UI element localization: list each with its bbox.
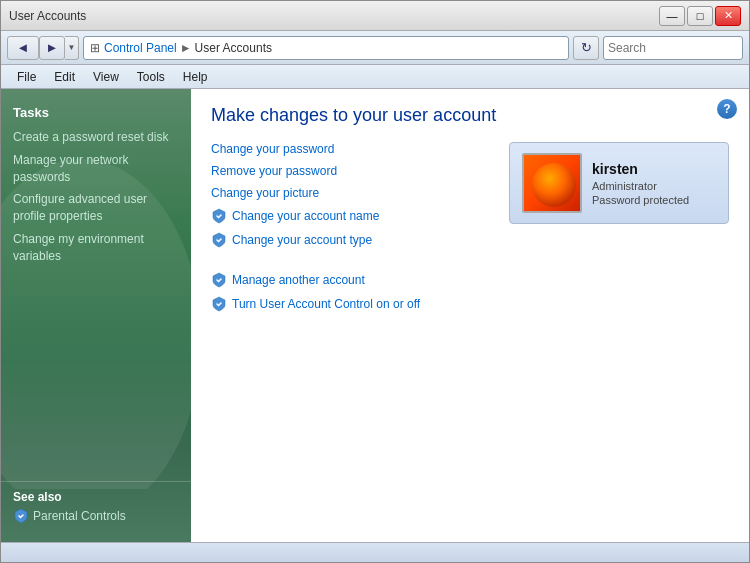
page-title: Make changes to your user account — [211, 105, 729, 126]
breadcrumb-user-accounts: User Accounts — [195, 41, 272, 55]
refresh-button[interactable]: ↻ — [573, 36, 599, 60]
search-box: 🔍 — [603, 36, 743, 60]
remove-password-link[interactable]: Remove your password — [211, 164, 489, 178]
change-password-link[interactable]: Change your password — [211, 142, 489, 156]
breadcrumb-root-icon: ⊞ — [90, 41, 100, 55]
user-status: Password protected — [592, 194, 716, 206]
sidebar: Tasks Create a password reset disk Manag… — [1, 89, 191, 542]
change-account-type-label: Change your account type — [232, 233, 372, 247]
close-button[interactable]: ✕ — [715, 6, 741, 26]
uac-toggle-link[interactable]: Turn User Account Control on or off — [211, 296, 489, 312]
shield-icon-account-type — [211, 232, 227, 248]
shield-icon-uac — [211, 296, 227, 312]
change-picture-link[interactable]: Change your picture — [211, 186, 489, 200]
main-panel: ? Make changes to your user account Chan… — [191, 89, 749, 542]
sidebar-link-advanced-profile[interactable]: Configure advanced user profile properti… — [13, 188, 179, 228]
links-column: Change your password Remove your passwor… — [211, 142, 489, 320]
search-input[interactable] — [608, 41, 750, 55]
menu-bar: File Edit View Tools Help — [1, 65, 749, 89]
forward-button[interactable]: ► — [39, 36, 65, 60]
menu-file[interactable]: File — [9, 67, 44, 87]
breadcrumb-sep1: ► — [180, 41, 192, 55]
sidebar-see-also-section: See also Parental Controls — [1, 481, 191, 532]
status-bar — [1, 542, 749, 562]
sidebar-link-parental-controls[interactable]: Parental Controls — [13, 508, 179, 524]
menu-help[interactable]: Help — [175, 67, 216, 87]
content-columns: Change your password Remove your passwor… — [211, 142, 729, 320]
user-card: kirsten Administrator Password protected — [509, 142, 729, 224]
window-title-text: User Accounts — [9, 9, 86, 23]
breadcrumb-control-panel[interactable]: Control Panel — [104, 41, 177, 55]
user-name: kirsten — [592, 161, 716, 177]
title-bar: User Accounts — □ ✕ — [1, 1, 749, 31]
breadcrumb: ⊞ Control Panel ► User Accounts — [83, 36, 569, 60]
maximize-button[interactable]: □ — [687, 6, 713, 26]
sidebar-link-environment-vars[interactable]: Change my environment variables — [13, 228, 179, 268]
shield-icon-parental — [13, 508, 29, 524]
sidebar-link-network-passwords[interactable]: Manage your network passwords — [13, 149, 179, 189]
minimize-button[interactable]: — — [659, 6, 685, 26]
help-icon[interactable]: ? — [717, 99, 737, 119]
parental-controls-label: Parental Controls — [33, 509, 126, 523]
change-account-name-label: Change your account name — [232, 209, 379, 223]
sidebar-tasks-heading: Tasks — [13, 105, 179, 120]
manage-another-account-link[interactable]: Manage another account — [211, 272, 489, 288]
divider — [211, 256, 489, 272]
content-area: Tasks Create a password reset disk Manag… — [1, 89, 749, 542]
menu-view[interactable]: View — [85, 67, 127, 87]
change-account-type-link[interactable]: Change your account type — [211, 232, 489, 248]
back-button[interactable]: ◄ — [7, 36, 39, 60]
sidebar-link-password-reset[interactable]: Create a password reset disk — [13, 126, 179, 149]
main-window: User Accounts — □ ✕ ◄ ► ▼ ⊞ Control Pane… — [0, 0, 750, 563]
user-role: Administrator — [592, 180, 716, 192]
shield-icon-account-name — [211, 208, 227, 224]
user-info: kirsten Administrator Password protected — [592, 161, 716, 206]
manage-another-account-label: Manage another account — [232, 273, 365, 287]
menu-tools[interactable]: Tools — [129, 67, 173, 87]
window-controls: — □ ✕ — [659, 6, 741, 26]
see-also-heading: See also — [13, 490, 179, 504]
title-bar-left: User Accounts — [9, 9, 86, 23]
uac-toggle-label: Turn User Account Control on or off — [232, 297, 420, 311]
sidebar-tasks-section: Tasks Create a password reset disk Manag… — [1, 99, 191, 274]
shield-icon-manage-account — [211, 272, 227, 288]
user-avatar — [522, 153, 582, 213]
menu-edit[interactable]: Edit — [46, 67, 83, 87]
address-bar: ◄ ► ▼ ⊞ Control Panel ► User Accounts ↻ … — [1, 31, 749, 65]
change-account-name-link[interactable]: Change your account name — [211, 208, 489, 224]
recent-button[interactable]: ▼ — [65, 36, 79, 60]
